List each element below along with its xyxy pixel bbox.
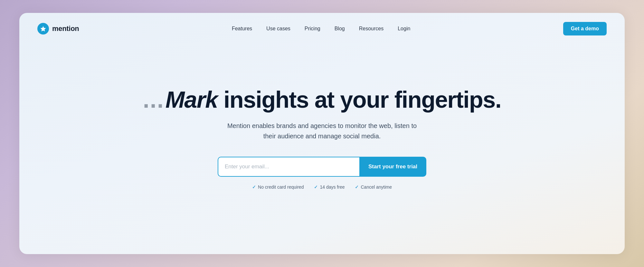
nav-actions: Get a demo (563, 22, 607, 35)
nav-item-blog[interactable]: Blog (335, 26, 345, 32)
dots-prefix: ... (143, 87, 164, 113)
hero-headline: ...Mark insights at your fingertips. (143, 87, 501, 113)
nav-item-pricing[interactable]: Pricing (305, 26, 320, 32)
trust-badge-cancel: ✓ Cancel anytime (355, 184, 392, 190)
hero-subtext: Mention enables brands and agencies to m… (222, 121, 422, 141)
svg-marker-0 (41, 26, 46, 32)
hero-section: ...Mark insights at your fingertips. Men… (19, 42, 625, 254)
headline-rest: insights at your fingertips. (218, 87, 501, 113)
email-form: Start your free trial (218, 157, 426, 177)
logo[interactable]: mention (37, 23, 79, 35)
trust-badge-no-credit-card: ✓ No credit card required (252, 184, 304, 190)
nav-item-use-cases[interactable]: Use cases (266, 26, 290, 32)
navbar: mention Features Use cases Pricing Blog … (19, 13, 625, 42)
get-demo-button[interactable]: Get a demo (563, 22, 607, 35)
check-icon-3: ✓ (355, 184, 359, 190)
nav-links: Features Use cases Pricing Blog Resource… (232, 26, 410, 32)
nav-item-resources[interactable]: Resources (359, 26, 384, 32)
logo-icon (37, 23, 49, 35)
check-icon-2: ✓ (314, 184, 318, 190)
nav-item-features[interactable]: Features (232, 26, 252, 32)
headline-italic: Mark (166, 87, 218, 113)
check-icon-1: ✓ (252, 184, 256, 190)
main-card: mention Features Use cases Pricing Blog … (19, 13, 625, 254)
trust-label-2: 14 days free (320, 184, 345, 190)
trust-badges: ✓ No credit card required ✓ 14 days free… (252, 184, 392, 190)
trust-label-1: No credit card required (258, 184, 304, 190)
logo-text: mention (52, 25, 79, 33)
email-input[interactable] (218, 157, 359, 177)
trust-badge-14-days: ✓ 14 days free (314, 184, 345, 190)
nav-item-login[interactable]: Login (398, 26, 410, 32)
trust-label-3: Cancel anytime (361, 184, 392, 190)
start-trial-button[interactable]: Start your free trial (359, 157, 426, 177)
